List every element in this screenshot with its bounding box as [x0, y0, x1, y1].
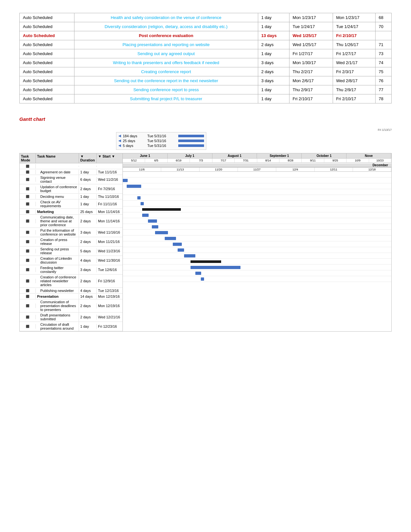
table-row: Auto Scheduled Placing presentations and… [20, 40, 392, 49]
id-cell: 77 [375, 85, 391, 94]
col-header-duration: ▼ Duration [79, 153, 97, 163]
gantt-task-duration: 6 days [79, 177, 97, 182]
gantt-task-start: Mon 12/19/16 [97, 294, 122, 299]
gantt-bar-row [123, 172, 391, 178]
gantt-task-row: ⬛ Presentation 14 days Mon 12/19/16 [20, 294, 122, 299]
gantt-bar-row [123, 236, 391, 241]
gantt-task-name: Presentation [36, 294, 79, 299]
finish-cell: Tue 1/24/17 [333, 22, 375, 31]
timeline-week: 6/19 [168, 159, 190, 162]
gantt-bar [123, 179, 128, 182]
gantt-bar [195, 272, 201, 275]
finish-cell: Fri 2/10/17 [333, 31, 375, 40]
mode-cell: Auto Scheduled [20, 67, 74, 76]
gantt-task-duration: 2 days [79, 278, 97, 284]
table-row: Auto Scheduled Sending conference report… [20, 85, 392, 94]
timeline-week-2: 11/27 [238, 168, 276, 171]
finish-cell: Thu 1/26/17 [333, 40, 375, 49]
gantt-mode-icon: ⬛ [20, 177, 36, 182]
gantt-task-row: ⬛ Draft presentations submitted 2 days W… [20, 313, 122, 322]
duration-cell: 13 days [258, 31, 289, 40]
start-cell: Wed 1/25/17 [289, 40, 333, 49]
gantt-task-duration: 4 days [79, 258, 97, 263]
gantt-bar-row [123, 189, 391, 195]
timeline-month: July 1 [168, 153, 212, 158]
gantt-bar-row [123, 207, 391, 212]
mode-cell: Auto Scheduled [20, 76, 74, 85]
mode-icon: ⬛ [26, 249, 29, 253]
gantt-bar [127, 185, 141, 188]
gantt-mode-icon: ⬛ [20, 239, 36, 244]
gantt-bar-row [123, 265, 391, 270]
gantt-task-name: Marketing [36, 209, 79, 214]
mode-icon: ⬛ [26, 195, 29, 198]
summary-icon: ◀ [118, 143, 121, 148]
gantt-task-row: ⬛ Deciding menu 1 day Thu 11/10/16 [20, 194, 122, 199]
summary-duration: 5 days [123, 144, 145, 148]
gantt-task-duration [79, 166, 97, 167]
table-row: Auto Scheduled Sending out any agreed ou… [20, 49, 392, 58]
gantt-task-duration: 2 days [79, 314, 97, 320]
gantt-bar-row [123, 212, 391, 218]
table-row: Auto Scheduled Submitting final project … [20, 94, 392, 103]
gantt-task-row: ⬛ Sending out press release 5 days Wed 1… [20, 247, 122, 256]
duration-cell: 1 day [258, 85, 289, 94]
gantt-timeline-header-months2: December [123, 163, 391, 168]
gantt-task-name: Creation of press release [36, 237, 79, 246]
gantt-task-start: Wed 11/30/16 [97, 258, 122, 263]
timeline-week: 8/28 [279, 159, 302, 162]
gantt-task-duration: 2 days [79, 303, 97, 308]
summary-row: ◀ 5 days Tue 5/31/16 [118, 143, 204, 148]
gantt-task-duration: 2 days [79, 239, 97, 244]
mode-cell: Auto Scheduled [20, 58, 74, 67]
gantt-task-start: Tue 12/6/16 [97, 267, 122, 272]
gantt-task-name: Sending out press release [36, 247, 79, 256]
mode-cell: Auto Scheduled [20, 40, 74, 49]
start-cell: Mon 1/23/17 [289, 13, 333, 22]
gantt-task-duration: 3 days [79, 230, 97, 235]
gantt-task-start: Tue 11/1/16 [97, 169, 122, 175]
gantt-task-name: Creation of Linkedin discussion [36, 256, 79, 265]
timeline-week-2: 11/20 [200, 168, 238, 171]
gantt-task-row: ⬛ Updation of conference budget 2 days F… [20, 184, 122, 194]
gantt-task-duration: 1 day [79, 201, 97, 207]
gantt-bar-row [123, 230, 391, 236]
mode-cell: Auto Scheduled [20, 94, 74, 103]
gantt-bar [165, 237, 176, 240]
task-cell: Submitting final project P/L to treasure… [74, 94, 258, 103]
summary-icon: ◀ [118, 134, 121, 138]
gantt-task-duration: 1 day [79, 169, 97, 175]
timeline-week: 9/25 [324, 159, 347, 162]
task-list: TaskMode Task Name ▼ Duration ▼ Start ▼ … [20, 153, 123, 331]
duration-cell: 1 day [258, 13, 289, 22]
table-row: Auto Scheduled Sending out the conferenc… [20, 76, 392, 85]
finish-cell: Mon 1/23/17 [333, 13, 375, 22]
mode-icon: ⬛ [26, 295, 29, 298]
gantt-task-duration: 25 days [79, 209, 97, 214]
id-cell: 73 [375, 49, 391, 58]
gantt-task-row: ⬛ Communication of presentation deadline… [20, 299, 122, 313]
gantt-bars-area: June 1July 1August 1September 1October 1… [123, 153, 391, 331]
gantt-task-duration: 14 days [79, 294, 97, 299]
summary-row: ◀ 25 days Tue 5/31/16 [118, 139, 204, 143]
gantt-bar [152, 225, 158, 228]
gantt-mode-icon: ⬛ [20, 187, 36, 191]
gantt-bar [142, 214, 149, 217]
timeline-month: August 1 [212, 153, 257, 158]
gantt-task-name [36, 166, 79, 167]
col-header-mode: TaskMode [20, 153, 36, 163]
finish-cell: Thu 2/9/17 [333, 85, 375, 94]
december-label: December [373, 163, 388, 167]
summary-duration: 25 days [123, 139, 145, 143]
table-row: Auto Scheduled Creating conference repor… [20, 67, 392, 76]
start-cell: Wed 1/25/17 [289, 31, 333, 40]
gantt-bar [191, 266, 240, 269]
gantt-bar [173, 243, 182, 246]
timeline-week: 10/9 [347, 159, 369, 162]
gantt-task-name: Communicating date, theme and venue at p… [36, 215, 79, 227]
gantt-task-duration: 1 day [79, 194, 97, 199]
gantt-task-duration: 2 days [79, 186, 97, 191]
gantt-task-row: ⬛ Creation of press release 2 days Mon 1… [20, 237, 122, 247]
gantt-task-duration: 5 days [79, 248, 97, 254]
timeline-week-2: 11/13 [161, 168, 200, 171]
